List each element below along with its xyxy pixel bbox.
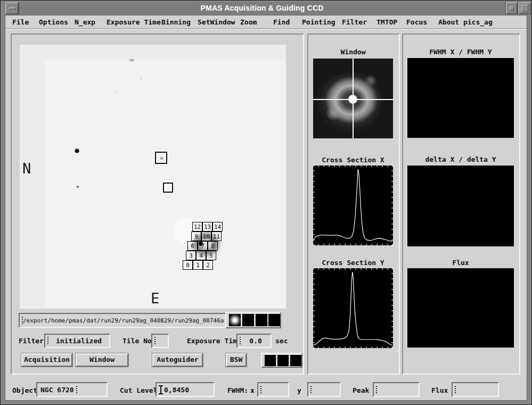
faint-star xyxy=(116,92,117,93)
object-field[interactable]: NGC 6720 xyxy=(36,382,108,397)
text-caret xyxy=(376,386,377,394)
menu-exposure-time[interactable]: Exposure Time xyxy=(107,18,161,27)
star xyxy=(75,149,79,153)
menu-pointing[interactable]: Pointing xyxy=(302,18,335,27)
text-caret xyxy=(310,386,312,394)
exposure-time-field[interactable]: 0.0 xyxy=(236,334,272,348)
text-caret xyxy=(455,386,456,394)
tile-no-field[interactable] xyxy=(151,334,169,348)
indicator-box xyxy=(277,355,289,366)
grid-box-7: 7 xyxy=(198,241,208,251)
bsw-button[interactable]: BSW xyxy=(226,353,247,367)
grid-box-11: 11 xyxy=(211,232,222,241)
grid-box-6: 6 xyxy=(187,241,198,251)
thumbnail-empty xyxy=(242,314,254,326)
grid-box-1: 1 xyxy=(193,260,203,270)
maximize-button[interactable] xyxy=(518,2,531,14)
grid-box-14: 14 xyxy=(212,222,223,232)
grid-box-9: 9 xyxy=(191,232,201,241)
menu-divider xyxy=(5,28,527,29)
window-menu-dash-icon xyxy=(9,7,15,10)
fwhm-y-label: y xyxy=(297,386,301,394)
iconify-square-icon xyxy=(510,6,514,11)
thumbnail-empty xyxy=(268,314,280,326)
menu-find[interactable]: Find xyxy=(273,18,290,27)
fwhm-x-label: x xyxy=(250,386,255,394)
object-value: NGC 6720 xyxy=(40,386,74,394)
ibeam-cursor xyxy=(159,385,163,394)
reference-marker-square xyxy=(163,183,173,193)
cross-section-y-title: Cross Section Y xyxy=(300,259,406,267)
fwhm-label: FWHM: xyxy=(227,386,248,394)
menu-filter[interactable]: Filter xyxy=(342,18,367,27)
star xyxy=(77,186,79,188)
marker-star xyxy=(160,157,163,160)
grid-box-2: 2 xyxy=(203,260,213,270)
filter-value: initialized xyxy=(48,337,109,345)
application-window: PMAS Acquisition & Guiding CCD File Opti… xyxy=(0,0,532,405)
grid-box-13: 13 xyxy=(202,222,212,232)
acquisition-button[interactable]: Acquisition xyxy=(21,353,72,367)
guide-window-display xyxy=(313,59,393,138)
grid-box-8: 8 xyxy=(208,241,218,251)
text-caret xyxy=(154,337,155,345)
menu-options[interactable]: Options xyxy=(39,18,68,27)
window-title: PMAS Acquisition & Guiding CCD xyxy=(19,2,505,14)
cross-section-y-plot xyxy=(313,268,393,348)
flux-label: Flux xyxy=(431,386,448,394)
iconify-button[interactable] xyxy=(506,2,518,14)
fwhm-y-field[interactable] xyxy=(307,382,341,397)
cross-section-x-title: Cross Section X xyxy=(300,156,406,164)
cut-levels-value: 0,8450 xyxy=(164,386,189,394)
window-button[interactable]: Window xyxy=(76,353,128,367)
indicator-box xyxy=(290,355,301,366)
menu-setwindow[interactable]: SetWindow xyxy=(198,18,235,27)
peak-field[interactable] xyxy=(373,382,420,397)
grid-box-0: 0 xyxy=(183,260,193,270)
fwhm-display-title: FWHM X / FWHM Y xyxy=(407,48,514,56)
menu-file[interactable]: File xyxy=(12,18,29,27)
window-menu-button[interactable] xyxy=(5,2,19,14)
object-label: Object xyxy=(12,386,37,394)
menu-zoom[interactable]: Zoom xyxy=(240,18,257,27)
delta-display-title: delta X / delta Y xyxy=(407,155,514,163)
grid-box-5: 5 xyxy=(206,251,216,260)
text-caret xyxy=(260,386,261,394)
grid-box-4: 4 xyxy=(196,251,206,260)
file-path-text: /export/home/pmas/dat/run29/run29ag_0408… xyxy=(23,317,226,324)
menu-n-exp[interactable]: N_exp xyxy=(75,18,95,27)
main-image-canvas[interactable]: N E 01234567891011121314 xyxy=(20,45,286,309)
menu-about-pics-ag[interactable]: About pics_ag xyxy=(438,18,493,27)
star-thumbnail xyxy=(229,314,241,326)
grid-box-12: 12 xyxy=(192,222,202,232)
menu-binning[interactable]: Binning xyxy=(161,18,191,27)
exposure-time-value: 0.0 xyxy=(241,337,271,345)
tile-no-label: Tile No xyxy=(122,337,152,345)
menu-tmtop[interactable]: TMTOP xyxy=(377,18,397,27)
file-path-field[interactable]: /export/home/pmas/dat/run29/run29ag_0408… xyxy=(19,313,226,328)
window-display-title: Window xyxy=(300,48,406,56)
indicator-box xyxy=(265,355,276,366)
maximize-square-icon xyxy=(521,5,528,12)
grid-box-3: 3 xyxy=(186,251,196,260)
menu-focus[interactable]: Focus xyxy=(406,18,427,27)
faint-star xyxy=(140,78,142,79)
exposure-time-label: Exposure Time xyxy=(187,337,241,345)
east-label: E xyxy=(151,290,159,307)
cross-section-x-plot xyxy=(313,166,393,245)
north-label: N xyxy=(22,160,31,177)
bsw-indicator-strip xyxy=(261,353,302,368)
fwhm-x-field[interactable] xyxy=(257,382,289,397)
filter-label: Filter xyxy=(19,337,44,345)
image-artifact xyxy=(129,59,134,61)
autoguider-button[interactable]: Autoguider xyxy=(152,353,203,367)
flux-field[interactable] xyxy=(452,382,499,397)
thumbnail-empty xyxy=(256,314,267,326)
delta-display xyxy=(407,166,514,246)
cut-levels-field[interactable]: 0,8450 xyxy=(155,382,215,397)
peak-label: Peak xyxy=(353,386,369,394)
target-marker-square xyxy=(155,152,167,164)
filter-field[interactable]: initialized xyxy=(44,334,110,348)
flux-display-title: Flux xyxy=(407,259,514,267)
flux-display xyxy=(407,268,514,348)
